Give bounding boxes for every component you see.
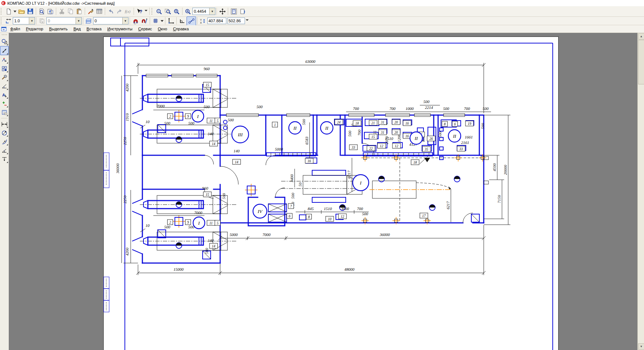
dimension-labels: 6300096050070005005001014050050050001409… [115, 59, 507, 271]
context-help-button[interactable]: ? [135, 7, 144, 16]
svg-text:500: 500 [438, 131, 442, 137]
local-cs-button[interactable] [166, 17, 175, 25]
menu-item-view[interactable]: Вид [70, 26, 84, 32]
table-button[interactable] [95, 7, 104, 16]
refresh-image-button[interactable] [238, 7, 247, 16]
svg-text:Y: Y [200, 18, 202, 21]
zoom-to-selection-button[interactable] [155, 7, 164, 16]
zoom-in-out-button[interactable] [172, 7, 181, 16]
separator [216, 8, 217, 15]
chain-dimension-button[interactable] [0, 155, 8, 163]
svg-text:16: 16 [405, 122, 409, 125]
coord-x-field[interactable]: 407.884 [207, 18, 226, 24]
copy-button[interactable] [66, 7, 75, 16]
menu-item-insert[interactable]: Вставка [84, 26, 104, 32]
svg-text:I: I [360, 180, 362, 186]
cut-button[interactable] [57, 7, 66, 16]
menu-item-editor[interactable]: Редактор [23, 26, 46, 32]
scrollbar-thumb[interactable] [638, 40, 644, 84]
redo-button[interactable] [115, 7, 124, 16]
send-to-view-button[interactable] [46, 7, 55, 16]
vertical-scrollbar[interactable]: ▲ ▼ [637, 33, 644, 350]
grid-button[interactable] [151, 17, 160, 25]
zoom-scale-combo[interactable]: 0.4454 ▼ [192, 8, 215, 15]
menu-item-tools[interactable]: Инструменты [104, 26, 135, 32]
scroll-up-button[interactable]: ▲ [638, 33, 644, 39]
save-document-button[interactable] [26, 7, 35, 16]
tool-dimensions-button[interactable] [0, 46, 9, 55]
drawing-canvas[interactable]: 6300096050070005005001014050050050001409… [9, 33, 638, 350]
snaps-setup-button[interactable] [187, 16, 196, 26]
coord-y-field[interactable]: 502.86 [227, 18, 245, 24]
new-document-button[interactable] [4, 7, 13, 16]
layer-combo[interactable]: 0 ▼ [46, 17, 82, 24]
show-document-full-button[interactable] [229, 7, 238, 16]
menu-item-help[interactable]: Справка [170, 26, 192, 32]
tool-editing-button[interactable] [0, 64, 8, 73]
menu-item-select[interactable]: Выделить [46, 26, 70, 32]
svg-text:I: I [197, 114, 199, 119]
svg-text:12: 12 [380, 144, 383, 148]
grid-dropdown[interactable] [160, 17, 164, 25]
scroll-down-button[interactable]: ▼ [638, 343, 644, 350]
view-brush-button[interactable] [86, 7, 95, 16]
print-preview-button[interactable] [37, 7, 46, 16]
layer2-combo[interactable]: 0 ▼ [93, 17, 129, 24]
undo-button[interactable] [106, 7, 115, 16]
toolbar-grip[interactable] [1, 18, 3, 24]
zoom-plus-button[interactable] [184, 7, 192, 16]
diameter-dimension-button[interactable] [0, 129, 8, 137]
svg-text:700: 700 [357, 129, 361, 136]
linear-dimension-button[interactable] [0, 120, 8, 128]
chevron-down-icon[interactable]: ▼ [29, 18, 35, 24]
ortho-button[interactable] [178, 17, 187, 25]
coords-options-dropdown[interactable] [245, 17, 249, 25]
tool-reports-button[interactable] [0, 108, 8, 117]
fx-variables-button[interactable]: f(x) [124, 7, 133, 16]
svg-text:5: 5 [217, 221, 219, 225]
tool-designations-button[interactable] [0, 56, 8, 64]
toolbar-grip[interactable] [1, 8, 3, 15]
window-title: КОМПАС-3D LT V12 - [НОВЫЙcdw.cdw ->Систе… [7, 1, 115, 5]
snap-magnet-button[interactable] [131, 17, 140, 25]
svg-text:36000: 36000 [115, 163, 120, 174]
open-document-button[interactable] [17, 7, 26, 16]
step-combo[interactable]: 1.0 ▼ [13, 17, 35, 24]
svg-text:II: II [293, 125, 297, 131]
svg-text:4200: 4200 [125, 84, 129, 92]
new-document-dropdown[interactable] [13, 7, 17, 16]
svg-text:5000: 5000 [230, 232, 238, 237]
tool-selection-button[interactable]: A [0, 91, 8, 99]
toolbar-options-dropdown[interactable] [144, 7, 148, 16]
menu-item-file[interactable]: Файл [7, 26, 23, 32]
svg-text:22: 22 [369, 147, 373, 151]
radial-dimension-button[interactable] [0, 137, 8, 146]
menu-item-window[interactable]: Окно [155, 26, 170, 32]
angular-dimension-button[interactable] [0, 146, 8, 155]
document-window-icon[interactable] [0, 25, 7, 33]
title-bar[interactable]: КОМПАС-3D LT V12 - [НОВЫЙcdw.cdw ->Систе… [0, 0, 644, 6]
menu-item-service[interactable]: Сервис [135, 26, 155, 32]
tool-specification-button[interactable] [0, 99, 8, 108]
compact-panel: A [0, 33, 9, 350]
tool-measure-button[interactable] [0, 82, 8, 90]
svg-text:33: 33 [351, 146, 355, 149]
panel-separator [1, 118, 8, 118]
svg-text:3000: 3000 [341, 206, 349, 211]
snap-magnet-local-button[interactable] [140, 17, 149, 25]
chevron-down-icon[interactable]: ▼ [209, 8, 215, 15]
tool-geometry-button[interactable] [0, 37, 8, 46]
svg-text:2: 2 [169, 115, 171, 118]
pan-button[interactable] [218, 7, 227, 16]
toolbar-grip[interactable] [152, 8, 154, 15]
chevron-down-icon[interactable]: ▼ [122, 18, 128, 24]
zoom-frame-button[interactable] [164, 7, 172, 16]
panel-grip[interactable] [2, 34, 7, 37]
paste-button[interactable] [75, 7, 84, 16]
svg-text:50: 50 [298, 182, 302, 187]
tool-parametrization-button[interactable] [0, 73, 8, 81]
layers-icon[interactable] [84, 17, 93, 25]
chevron-down-icon[interactable]: ▼ [76, 18, 81, 24]
svg-text:500: 500 [291, 193, 295, 199]
separator [149, 8, 150, 15]
